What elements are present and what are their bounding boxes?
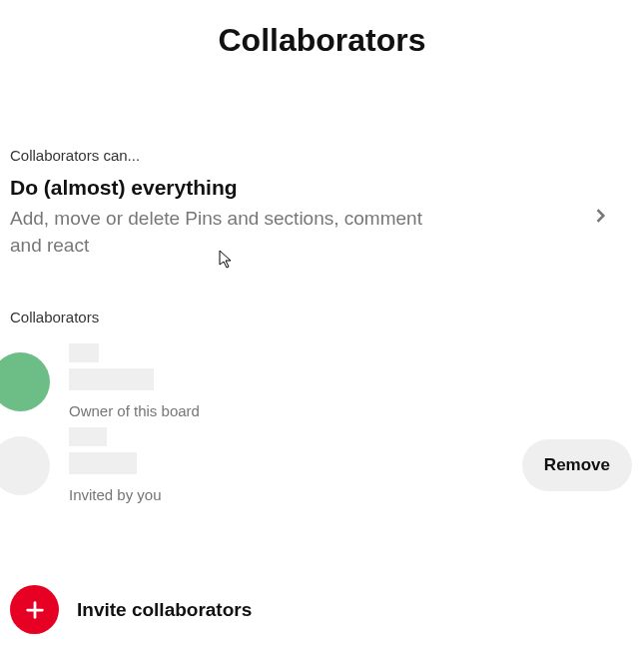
permission-title: Do (almost) everything [10,176,429,200]
redacted-name [69,343,99,362]
redacted-name [69,427,107,446]
permission-level-row[interactable]: Do (almost) everything Add, move or dele… [10,176,634,259]
collaborator-subtext: Owner of this board [69,402,634,419]
permission-description: Add, move or delete Pins and sections, c… [10,206,429,259]
permissions-section-label: Collaborators can... [10,147,634,164]
plus-icon [10,585,59,634]
invite-label: Invite collaborators [77,599,252,621]
avatar [0,436,50,495]
redacted-name [69,452,137,474]
collaborators-list: Owner of this board Invited by you Remov… [0,339,644,507]
avatar [0,352,50,411]
collaborator-subtext: Invited by you [69,486,522,503]
invite-collaborators-row[interactable]: Invite collaborators [0,585,644,634]
remove-button[interactable]: Remove [522,439,632,491]
collaborators-section-label: Collaborators [0,309,644,325]
chevron-right-icon [590,206,610,230]
collaborator-row: Owner of this board [0,339,644,423]
redacted-name [69,368,154,390]
page-title: Collaborators [0,0,644,69]
collaborator-row: Invited by you Remove [0,423,644,507]
